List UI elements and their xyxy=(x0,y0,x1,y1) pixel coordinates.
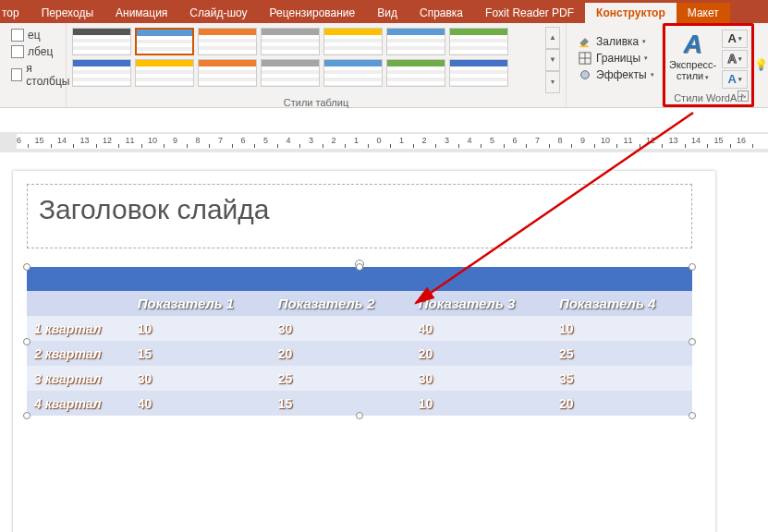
checkbox-icon[interactable] xyxy=(11,29,24,42)
opt2: лбец xyxy=(28,45,53,58)
column-header[interactable]: Показатель 1 xyxy=(130,291,271,316)
chevron-down-icon: ▾ xyxy=(738,71,742,88)
table-selection[interactable]: Показатель 1 Показатель 2 Показатель 3 П… xyxy=(27,267,692,416)
column-header[interactable]: Показатель 4 xyxy=(552,291,692,316)
resize-handle[interactable] xyxy=(689,338,696,345)
tell-me-icon[interactable]: 💡 xyxy=(754,23,768,107)
text-fill-button[interactable]: A▾ xyxy=(722,30,748,48)
row-header[interactable]: 4 квартал xyxy=(27,391,130,416)
tab-layout[interactable]: Макет xyxy=(677,3,730,23)
gallery-scroll-up[interactable]: ▲ xyxy=(545,27,560,49)
tab-slideshow[interactable]: Слайд-шоу xyxy=(178,3,258,23)
tab-view[interactable]: Вид xyxy=(366,3,408,23)
table-style-thumb[interactable] xyxy=(323,28,383,55)
text-outline-button[interactable]: A▾ xyxy=(722,50,748,68)
group-header-options: ец лбец я столбцы xyxy=(0,23,67,107)
table-style-thumb[interactable] xyxy=(135,28,194,55)
table-style-thumb[interactable] xyxy=(261,28,320,55)
table-style-thumb[interactable] xyxy=(135,59,194,87)
group-label-styles: Стили таблиц xyxy=(67,97,566,111)
table-style-thumb[interactable] xyxy=(386,28,445,55)
opt1: ец xyxy=(28,29,41,42)
slide-area: Заголовок слайда Показатель 1 Показатель… xyxy=(0,152,768,532)
chevron-down-icon: ▾ xyxy=(738,30,742,47)
resize-handle[interactable] xyxy=(23,338,30,345)
table-cell[interactable]: 25 xyxy=(271,366,411,391)
chevron-down-icon: ▾ xyxy=(703,74,709,80)
resize-handle[interactable] xyxy=(23,412,30,419)
chevron-down-icon: ▾ xyxy=(651,71,654,79)
slide-canvas[interactable]: Заголовок слайда Показатель 1 Показатель… xyxy=(13,171,715,532)
fill-button[interactable]: Заливка ▾ xyxy=(578,34,654,49)
group-wordart: A Экспресс- стили ▾ A▾ A▾ A▾ Стили WordA… xyxy=(663,23,754,107)
tab-animations[interactable]: Анимация xyxy=(104,3,178,23)
table-cell[interactable]: 10 xyxy=(552,316,692,341)
column-header[interactable]: Показатель 2 xyxy=(271,291,411,316)
resize-handle[interactable] xyxy=(23,263,30,271)
resize-handle[interactable] xyxy=(356,412,363,419)
table-cell[interactable]: 30 xyxy=(130,366,271,391)
table-style-thumb[interactable] xyxy=(449,59,508,87)
express-styles-button[interactable]: A Экспресс- стили ▾ xyxy=(669,30,716,89)
checkbox-icon[interactable] xyxy=(11,68,22,81)
group-table-styles: ▲ ▼ ▾ Стили таблиц xyxy=(67,23,567,107)
tab-tabledesign[interactable]: Конструктор xyxy=(585,3,677,23)
table-style-thumb[interactable] xyxy=(323,59,383,87)
table-cell[interactable]: 20 xyxy=(552,391,692,416)
table-style-thumb[interactable] xyxy=(72,28,131,55)
table-cell[interactable]: 20 xyxy=(271,341,411,366)
effects-icon xyxy=(578,67,592,82)
horizontal-ruler: 1615141312111098765432101234567891011121… xyxy=(0,132,768,152)
ribbon: ец лбец я столбцы ▲ ▼ ▾ Стили таблиц З xyxy=(0,23,768,108)
table-cell[interactable]: 40 xyxy=(130,391,271,416)
tab-transitions[interactable]: Переходы xyxy=(30,3,104,23)
text-effects-button[interactable]: A▾ xyxy=(722,70,748,89)
table-cell[interactable]: 40 xyxy=(411,316,552,341)
gallery-scroll-down[interactable]: ▼ xyxy=(545,49,560,71)
svg-rect-0 xyxy=(580,45,589,47)
tab-partial[interactable]: тор xyxy=(0,3,30,23)
chevron-down-icon: ▾ xyxy=(642,38,646,45)
resize-handle[interactable] xyxy=(356,263,363,271)
row-header[interactable]: 3 квартал xyxy=(27,366,130,391)
chevron-down-icon: ▾ xyxy=(644,54,648,62)
table-style-thumb[interactable] xyxy=(386,59,445,87)
resize-handle[interactable] xyxy=(689,263,696,271)
table-cell[interactable]: 30 xyxy=(271,316,411,341)
table-style-thumb[interactable] xyxy=(261,59,320,87)
tab-review[interactable]: Рецензирование xyxy=(259,3,367,23)
title-placeholder[interactable]: Заголовок слайда xyxy=(27,184,692,248)
table-style-gallery[interactable] xyxy=(72,28,543,92)
table-cell[interactable]: 10 xyxy=(411,391,552,416)
table-cell[interactable]: 25 xyxy=(552,341,692,366)
gallery-expand[interactable]: ▾ xyxy=(545,71,560,93)
checkbox-icon[interactable] xyxy=(11,45,24,58)
table-cell[interactable]: 20 xyxy=(411,341,552,366)
column-header[interactable]: Показатель 3 xyxy=(411,291,552,316)
borders-button[interactable]: Границы ▾ xyxy=(578,51,654,66)
table-cell[interactable]: 30 xyxy=(411,366,552,391)
data-table[interactable]: Показатель 1 Показатель 2 Показатель 3 П… xyxy=(27,267,692,416)
table-style-thumb[interactable] xyxy=(198,28,257,55)
svg-point-4 xyxy=(581,71,590,79)
table-cell[interactable]: 15 xyxy=(271,391,411,416)
wordart-icon: A xyxy=(683,30,701,59)
table-style-thumb[interactable] xyxy=(449,28,508,55)
tab-foxit[interactable]: Foxit Reader PDF xyxy=(474,3,585,23)
resize-handle[interactable] xyxy=(689,412,696,419)
bucket-icon xyxy=(578,34,592,49)
table-cell[interactable]: 35 xyxy=(552,366,692,391)
effects-button[interactable]: Эффекты ▾ xyxy=(578,67,654,82)
opt3: я столбцы xyxy=(26,62,71,88)
table-style-thumb[interactable] xyxy=(72,59,131,87)
dialog-launcher[interactable]: ↘ xyxy=(738,91,749,102)
row-header[interactable]: 1 квартал xyxy=(27,316,130,341)
table-cell[interactable]: 15 xyxy=(130,341,271,366)
column-header[interactable] xyxy=(27,291,130,316)
table-style-thumb[interactable] xyxy=(198,59,257,87)
table-cell[interactable]: 10 xyxy=(130,316,271,341)
tab-help[interactable]: Справка xyxy=(408,3,474,23)
grid-icon xyxy=(578,51,592,66)
row-header[interactable]: 2 квартал xyxy=(27,341,130,366)
group-fill: Заливка ▾ Границы ▾ Эффекты ▾ xyxy=(567,23,663,107)
